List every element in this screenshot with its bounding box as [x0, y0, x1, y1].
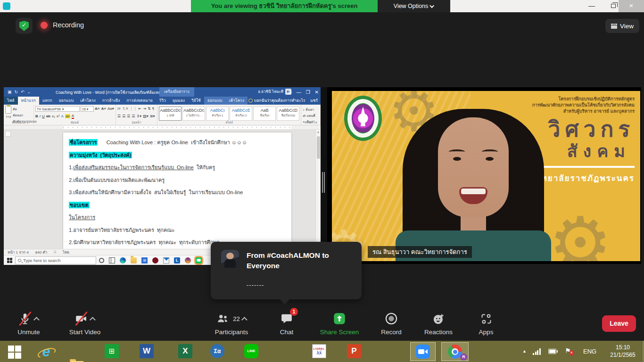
- bullets-icon[interactable]: ⁝≡: [117, 107, 121, 111]
- ribbon-tab[interactable]: วิธีใช้: [188, 97, 204, 105]
- strikethrough-button[interactable]: ab: [46, 114, 50, 118]
- word-close-icon[interactable]: ✕: [315, 90, 319, 95]
- editing-button[interactable]: ⇄ แทนที่: [303, 113, 315, 118]
- style-card[interactable]: AaBbCıหัวเรื่อง 1: [206, 107, 229, 121]
- ribbon-tab[interactable]: มุมมอง: [169, 97, 188, 105]
- ribbon-tab[interactable]: เค้าโครง: [77, 97, 99, 105]
- action-center-flag-icon[interactable]: ⚑: [565, 347, 571, 354]
- minimize-button[interactable]: —: [581, 0, 603, 12]
- paste-button[interactable]: วาง: [5, 106, 11, 121]
- security-icon[interactable]: [152, 257, 158, 263]
- unmute-button[interactable]: Unmute: [8, 310, 49, 338]
- store-icon[interactable]: ⊞: [105, 344, 119, 358]
- chevron-up-icon[interactable]: [33, 317, 40, 323]
- decrease-indent-icon[interactable]: ⇤: [139, 107, 142, 111]
- change-case-button[interactable]: Aa▾: [107, 107, 114, 111]
- ribbon-tab[interactable]: รีวิว: [156, 97, 169, 105]
- ruler[interactable]: [4, 125, 321, 130]
- view-options-button[interactable]: View Options: [378, 0, 450, 12]
- undo-icon[interactable]: ↶: [21, 90, 25, 94]
- chevron-up-icon[interactable]: [241, 317, 248, 323]
- style-card[interactable]: AaBชื่อเรื่อง: [253, 107, 276, 121]
- qat-dropdown-icon[interactable]: ⌄: [27, 90, 31, 94]
- align-right-icon[interactable]: ☰: [127, 114, 130, 118]
- word-icon[interactable]: W: [140, 344, 154, 358]
- share-screen-button[interactable]: Share Screen: [312, 310, 367, 338]
- spss-icon[interactable]: Σα: [210, 344, 224, 358]
- leave-button[interactable]: Leave: [602, 315, 636, 332]
- align-left-icon[interactable]: ☰: [117, 114, 121, 118]
- italic-button[interactable]: I: [40, 114, 41, 118]
- page-indicator[interactable]: หน้า 1 จาก 4: [8, 249, 29, 255]
- align-center-icon[interactable]: ☰: [122, 114, 125, 118]
- line-icon[interactable]: LINE: [244, 344, 258, 358]
- browser-icon[interactable]: [185, 257, 191, 263]
- ribbon-tab[interactable]: แทรก: [39, 97, 56, 105]
- clock[interactable]: 15:10 21/1/2565: [605, 344, 640, 362]
- justify-icon[interactable]: ☰: [132, 114, 135, 118]
- document-area[interactable]: ชื่อโครงการ Coaching With Love : ครูยุค …: [4, 130, 321, 249]
- ribbon-tab[interactable]: ไฟล์: [4, 97, 18, 105]
- ribbon-tab[interactable]: การส่งจดหมาย: [123, 97, 156, 105]
- style-card[interactable]: AaBbCcDชื่อเรื่องรอง: [277, 107, 299, 121]
- scrollbar-thumb[interactable]: [317, 136, 320, 159]
- numbering-icon[interactable]: ⒈≡: [122, 106, 128, 111]
- word-account[interactable]: อ.ธวชินี ไหมะที☻: [258, 89, 291, 95]
- chat-notification-popup[interactable]: From #CoachALMON to Everyone -------: [211, 242, 362, 299]
- grow-font-button[interactable]: A˄: [95, 107, 99, 111]
- word-count[interactable]: 840 คำ: [35, 249, 47, 255]
- task-view-icon[interactable]: [109, 257, 115, 263]
- explorer-icon[interactable]: [131, 257, 137, 263]
- highlight-color-icon[interactable]: ab: [65, 114, 70, 118]
- font-color-icon[interactable]: A: [72, 114, 74, 119]
- underline-button[interactable]: U: [42, 114, 45, 118]
- show-desktop-button[interactable]: [642, 341, 644, 362]
- shrink-font-button[interactable]: A˅: [101, 107, 106, 111]
- vertical-scrollbar[interactable]: [315, 130, 321, 249]
- chevron-up-icon[interactable]: [90, 317, 96, 323]
- reactions-button[interactable]: Reactions: [417, 310, 460, 338]
- multilevel-list-icon[interactable]: ⋮⋮: [130, 107, 137, 111]
- excel-icon[interactable]: X: [178, 344, 192, 358]
- text-effects-icon[interactable]: A: [61, 114, 63, 118]
- pilcrow-icon[interactable]: ¶: [152, 107, 154, 111]
- mail-icon[interactable]: [163, 257, 169, 263]
- start-icon[interactable]: [7, 344, 22, 359]
- ribbon-options-icon[interactable]: ⊞: [288, 90, 291, 95]
- apps-button[interactable]: Apps: [471, 310, 501, 338]
- ribbon-tab[interactable]: หน้าแรก: [18, 97, 39, 105]
- ie-icon[interactable]: e: [39, 344, 54, 359]
- start-video-button[interactable]: Start Video: [58, 310, 111, 338]
- security-shield-tile[interactable]: [16, 18, 33, 34]
- copy-button[interactable]: คัดลอก: [13, 113, 37, 118]
- tell-me-box[interactable]: บอกฉันว่าคุณต้องการทำอะไร: [248, 97, 305, 105]
- split-divider[interactable]: [321, 87, 327, 265]
- editing-button[interactable]: ⌕ ค้นหา: [303, 107, 315, 112]
- line-spacing-icon[interactable]: ⇕▾: [136, 114, 141, 118]
- ribbon-tab[interactable]: การอ้างอิง: [99, 97, 124, 105]
- word-window-controls[interactable]: ⊞—❐✕: [288, 87, 319, 97]
- speaker-video[interactable]: ⚙ ⚙ ⚙ ⚙ โครงการฝึกอบรมเชิงปฏิบัติการหลัก…: [327, 87, 641, 264]
- line-icon[interactable]: [196, 257, 202, 263]
- word-minimize-icon[interactable]: —: [297, 90, 301, 95]
- participants-button[interactable]: 22Participants: [202, 310, 261, 338]
- bold-button[interactable]: B: [35, 114, 38, 118]
- ribbon-tab[interactable]: เค้าโครง: [226, 97, 248, 105]
- network-icon[interactable]: [533, 348, 541, 355]
- borders-icon[interactable]: ⊞▾: [150, 114, 155, 118]
- ribbon-tab[interactable]: ออกแบบ: [204, 97, 226, 105]
- language-indicator[interactable]: ไทย: [63, 249, 69, 255]
- document-page[interactable]: ชื่อโครงการ Coaching With Love : ครูยุค …: [63, 132, 291, 249]
- search-input[interactable]: Type here to search: [15, 256, 96, 264]
- ribbon-tab[interactable]: ออกแบบ: [56, 97, 77, 105]
- redo-icon[interactable]: ↻: [15, 90, 18, 94]
- record-button[interactable]: Record: [374, 310, 408, 338]
- store-icon[interactable]: ⊞: [141, 257, 148, 263]
- font-size-select[interactable]: 16 ▾: [81, 106, 94, 112]
- cut-button[interactable]: ตัด: [13, 107, 37, 112]
- increase-indent-icon[interactable]: ⇥: [143, 107, 146, 111]
- zoom-icon[interactable]: [410, 342, 436, 361]
- chrome-icon[interactable]: R: [441, 342, 469, 361]
- l-app-icon[interactable]: L: [174, 257, 180, 263]
- font-name-select[interactable]: TH SarabunPSK ▾: [35, 106, 80, 112]
